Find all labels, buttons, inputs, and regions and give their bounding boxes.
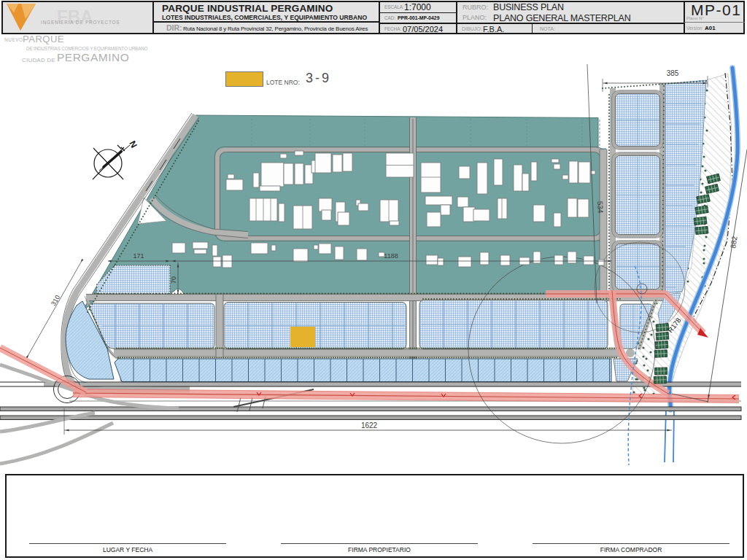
svg-text:310: 310 xyxy=(50,294,61,307)
svg-text:1622: 1622 xyxy=(361,421,378,429)
svg-text:1188: 1188 xyxy=(384,252,398,260)
svg-text:385: 385 xyxy=(667,69,679,77)
svg-text:171: 171 xyxy=(133,252,144,260)
svg-text:INGENIERIA DE PROYECTOS: INGENIERIA DE PROYECTOS xyxy=(41,20,120,25)
svg-text:70: 70 xyxy=(170,276,177,284)
svg-text:534: 534 xyxy=(596,201,605,214)
svg-text:882: 882 xyxy=(729,236,739,249)
svg-text:N: N xyxy=(127,139,139,149)
